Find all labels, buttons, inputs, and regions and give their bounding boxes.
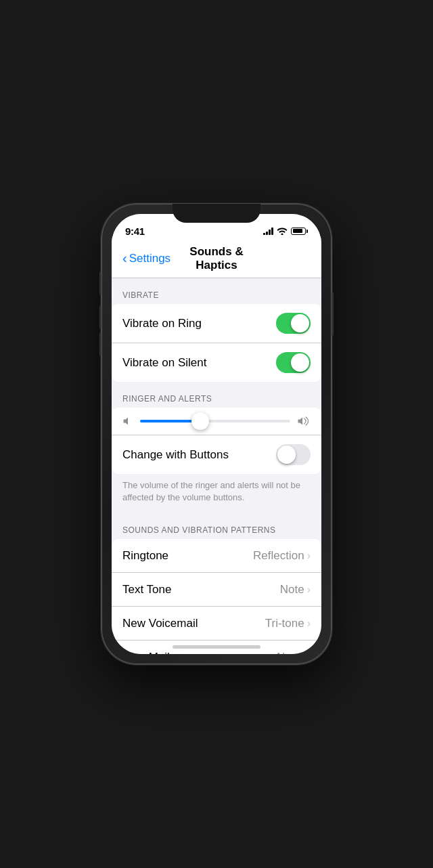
ringtone-right: Reflection › — [253, 549, 311, 563]
ringer-info-text: The volume of the ringer and alerts will… — [112, 474, 321, 513]
volume-low-icon — [122, 416, 133, 427]
new-voicemail-row[interactable]: New Voicemail Tri-tone › — [112, 607, 321, 641]
battery-icon — [291, 227, 308, 235]
settings-content: VIBRATE Vibrate on Ring Vibrate on Silen… — [112, 278, 321, 654]
new-voicemail-value: Tri-tone — [265, 617, 304, 630]
change-with-buttons-label: Change with Buttons — [122, 448, 229, 462]
chevron-right-icon: › — [307, 617, 311, 630]
ringer-group: Change with Buttons — [112, 408, 321, 474]
volume-slider-row — [112, 408, 321, 435]
vibrate-group: Vibrate on Ring Vibrate on Silent — [112, 304, 321, 382]
back-button[interactable]: ‹ Settings — [122, 251, 177, 266]
vibrate-on-ring-label: Vibrate on Ring — [122, 317, 202, 330]
vibrate-on-silent-row: Vibrate on Silent — [112, 343, 321, 382]
volume-high-icon — [297, 416, 311, 427]
new-mail-right: None › — [277, 651, 311, 654]
text-tone-row[interactable]: Text Tone Note › — [112, 573, 321, 607]
status-time: 9:41 — [125, 225, 145, 237]
toggle-knob — [291, 314, 309, 332]
chevron-right-icon: › — [307, 550, 311, 562]
vibrate-on-silent-label: Vibrate on Silent — [122, 356, 206, 370]
vibrate-on-silent-toggle[interactable] — [276, 352, 311, 373]
toggle-knob — [277, 446, 296, 464]
ringer-section-header: RINGER AND ALERTS — [112, 382, 321, 408]
wifi-icon — [277, 227, 288, 235]
volume-slider[interactable] — [140, 420, 290, 422]
sounds-group: Ringtone Reflection › Text Tone Note › N… — [112, 539, 321, 654]
text-tone-value: Note — [280, 583, 304, 596]
chevron-right-icon: › — [307, 584, 311, 596]
ringtone-value: Reflection — [253, 549, 304, 563]
chevron-right-icon: › — [307, 651, 311, 654]
slider-thumb[interactable] — [191, 412, 209, 430]
status-icons — [263, 227, 308, 235]
vibrate-on-ring-row: Vibrate on Ring — [112, 304, 321, 343]
vibrate-on-ring-toggle[interactable] — [276, 313, 311, 334]
vibrate-section-header: VIBRATE — [112, 278, 321, 304]
back-label: Settings — [129, 252, 170, 265]
new-voicemail-label: New Voicemail — [122, 617, 198, 630]
chevron-left-icon: ‹ — [122, 251, 127, 266]
text-tone-label: Text Tone — [122, 583, 171, 596]
ringtone-label: Ringtone — [122, 549, 168, 563]
home-indicator — [173, 645, 260, 649]
sounds-section-header: SOUNDS AND VIBRATION PATTERNS — [112, 513, 321, 539]
change-with-buttons-row: Change with Buttons — [112, 435, 321, 474]
phone-screen: 9:41 — [112, 214, 321, 654]
new-mail-label: New Mail — [122, 651, 170, 654]
page-title: Sounds & Haptics — [177, 245, 256, 272]
change-with-buttons-toggle[interactable] — [276, 444, 311, 465]
new-voicemail-right: Tri-tone › — [265, 617, 311, 630]
notch — [173, 204, 260, 223]
text-tone-right: Note › — [280, 583, 311, 596]
phone-frame: 9:41 — [101, 204, 332, 664]
toggle-knob — [291, 353, 309, 372]
signal-icon — [263, 227, 273, 235]
new-mail-value: None — [277, 651, 304, 654]
navigation-bar: ‹ Settings Sounds & Haptics — [112, 241, 321, 278]
ringtone-row[interactable]: Ringtone Reflection › — [112, 539, 321, 573]
